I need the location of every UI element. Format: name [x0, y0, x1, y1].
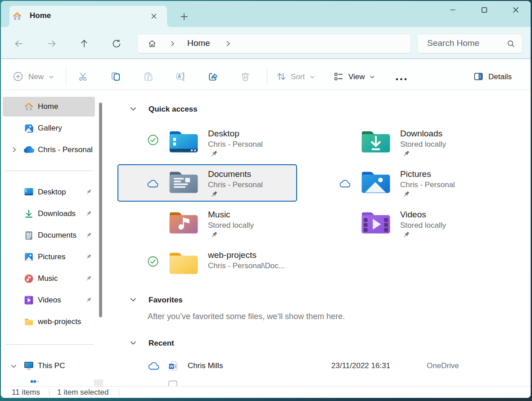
- svg-text:W: W: [170, 364, 174, 369]
